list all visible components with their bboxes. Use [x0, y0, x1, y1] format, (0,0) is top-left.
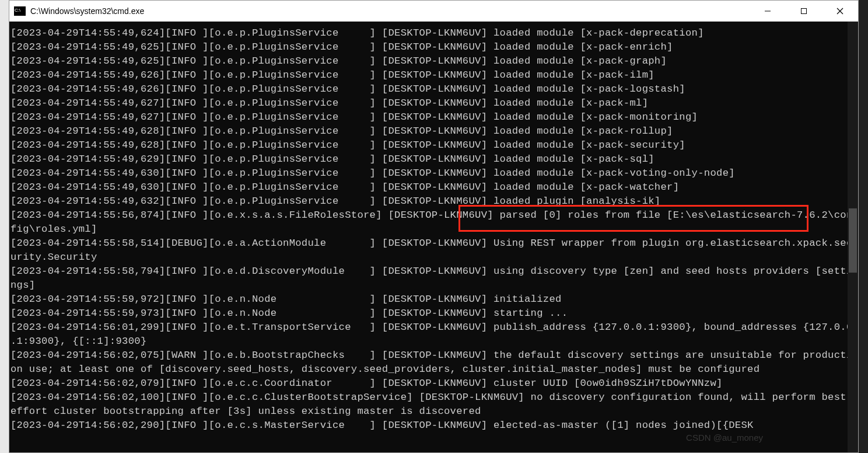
log-line: [2023-04-29T14:55:49,627][INFO ][o.e.p.P…: [10, 96, 858, 110]
log-line: [2023-04-29T14:55:49,627][INFO ][o.e.p.P…: [10, 110, 858, 124]
log-line: on use; at least one of [discovery.seed_…: [10, 363, 858, 377]
log-line: [2023-04-29T14:55:49,624][INFO ][o.e.p.P…: [10, 26, 858, 40]
vertical-scrollbar[interactable]: [848, 22, 858, 452]
scrollbar-thumb[interactable]: [849, 208, 857, 273]
cmd-window: C:\Windows\system32\cmd.exe [2023-04-29T…: [9, 0, 859, 453]
background-sliver-right: [859, 0, 868, 453]
terminal-output[interactable]: [2023-04-29T14:55:49,624][INFO ][o.e.p.P…: [9, 22, 858, 452]
log-line: [2023-04-29T14:55:49,626][INFO ][o.e.p.P…: [10, 68, 858, 82]
svg-rect-1: [802, 9, 807, 14]
log-line: [2023-04-29T14:55:49,630][INFO ][o.e.p.P…: [10, 180, 858, 194]
log-line: [2023-04-29T14:55:49,625][INFO ][o.e.p.P…: [10, 54, 858, 68]
window-controls: [750, 1, 858, 21]
background-sliver-left: [0, 0, 9, 453]
log-line: [2023-04-29T14:56:02,290][INFO ][o.e.c.s…: [10, 419, 858, 433]
log-line: [2023-04-29T14:56:02,100][INFO ][o.e.c.c…: [10, 391, 858, 405]
log-line: [2023-04-29T14:56:02,075][WARN ][o.e.b.B…: [10, 349, 858, 363]
log-line: [2023-04-29T14:55:49,628][INFO ][o.e.p.P…: [10, 138, 858, 152]
log-line: [2023-04-29T14:55:49,628][INFO ][o.e.p.P…: [10, 124, 858, 138]
log-line: [2023-04-29T14:55:49,630][INFO ][o.e.p.P…: [10, 166, 858, 180]
log-line: effort cluster bootstrapping after [3s] …: [10, 405, 858, 419]
log-line: [2023-04-29T14:55:49,632][INFO ][o.e.p.P…: [10, 194, 858, 208]
log-line: [2023-04-29T14:55:59,972][INFO ][o.e.n.N…: [10, 292, 858, 306]
close-button[interactable]: [822, 1, 858, 22]
log-line: fig\roles.yml]: [10, 222, 858, 236]
title-bar[interactable]: C:\Windows\system32\cmd.exe: [9, 1, 858, 22]
log-line: urity.Security: [10, 250, 858, 264]
log-line: [2023-04-29T14:55:49,625][INFO ][o.e.p.P…: [10, 40, 858, 54]
log-line: [2023-04-29T14:56:02,079][INFO ][o.e.c.c…: [10, 377, 858, 391]
cmd-icon: [14, 6, 26, 16]
minimize-button[interactable]: [750, 1, 786, 22]
log-line: [2023-04-29T14:55:49,626][INFO ][o.e.p.P…: [10, 82, 858, 96]
log-line: [2023-04-29T14:55:58,794][INFO ][o.e.d.D…: [10, 264, 858, 278]
log-line: [2023-04-29T14:55:49,629][INFO ][o.e.p.P…: [10, 152, 858, 166]
window-title: C:\Windows\system32\cmd.exe: [30, 6, 750, 16]
log-line: .1:9300}, {[::1]:9300}: [10, 334, 858, 349]
log-line: ngs]: [10, 278, 858, 292]
log-line: [2023-04-29T14:56:01,299][INFO ][o.e.t.T…: [10, 320, 858, 334]
maximize-button[interactable]: [786, 1, 822, 22]
log-line: [2023-04-29T14:55:59,973][INFO ][o.e.n.N…: [10, 306, 858, 320]
log-line: [2023-04-29T14:55:58,514][DEBUG][o.e.a.A…: [10, 236, 858, 250]
log-line: [2023-04-29T14:55:56,874][INFO ][o.e.x.s…: [10, 208, 858, 222]
